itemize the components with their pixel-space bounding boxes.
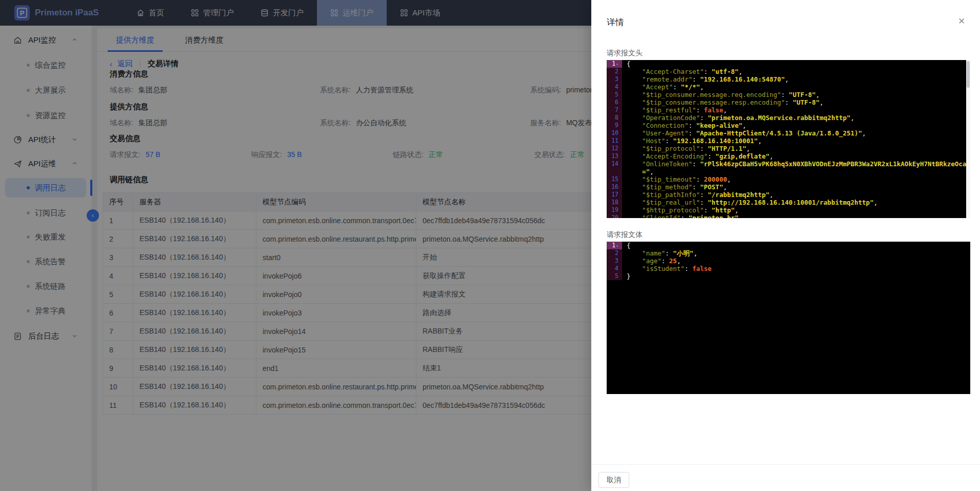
code-text: =", xyxy=(622,168,654,175)
code-text: "Connection": "keep-alive", xyxy=(622,122,746,129)
code-line: 16 "$tip_method": "POST", xyxy=(607,183,970,191)
line-number-gutter: 10 xyxy=(607,129,622,137)
code-line: 18 "$tip_real_url": "http://192.168.16.1… xyxy=(607,199,970,206)
code-text: "$tip_consumer.message.req.encoding": "U… xyxy=(622,91,819,99)
code-line: 1▾{ xyxy=(607,242,970,249)
app-root: P Primeton iPaaS 首页管理门户开发门户运维门户API市场 API… xyxy=(0,0,980,491)
line-number-gutter: 6 xyxy=(607,99,622,106)
code-line: 4 "isStudent": false xyxy=(607,265,970,272)
line-number-gutter: 2 xyxy=(607,249,622,257)
code-text: "Accept": "*/*", xyxy=(622,83,704,91)
code-text: "Host": "192.168.16.140:10001", xyxy=(622,137,762,145)
code-line: 6 "$tip_consumer.message.resp.encoding":… xyxy=(607,99,970,106)
request-header-editor[interactable]: 1▾{2 "Accept-Charset": "utf-8",3 "remote… xyxy=(607,60,970,218)
code-text: "remote.addr": "192.168.16.140:54870", xyxy=(622,75,789,83)
code-line: 5} xyxy=(607,272,970,280)
line-number-gutter xyxy=(607,168,622,175)
code-line: 12 "$tip_protocol": "HTTP/1.1", xyxy=(607,145,970,152)
code-line: 19 "$http_protocol": "http", xyxy=(607,206,970,214)
code-line: 5 "$tip_consumer.message.req.encoding": … xyxy=(607,91,970,99)
line-number-gutter: 13 xyxy=(607,152,622,160)
request-body-label: 请求报文体 xyxy=(607,230,643,240)
code-line: 2 "Accept-Charset": "utf-8", xyxy=(607,68,970,75)
code-line: =", xyxy=(607,168,970,175)
line-number-gutter: 3 xyxy=(607,257,622,265)
line-number-gutter: 16 xyxy=(607,183,622,191)
line-number-gutter: 4 xyxy=(607,265,622,272)
code-line: 20 "ClientId": "primeton.hr", xyxy=(607,214,970,218)
code-line: 14 "OnlineToken": "rPlSk46zpCBaH5vPK68hq… xyxy=(607,160,970,168)
code-line: 1▾{ xyxy=(607,60,970,68)
code-line: 13 "Accept-Encoding": "gzip,deflate", xyxy=(607,152,970,160)
code-text: "$tip_restful": false, xyxy=(622,106,727,114)
line-number-gutter: 19 xyxy=(607,206,622,214)
code-text: "User-Agent": "Apache-HttpClient/4.5.13 … xyxy=(622,129,866,137)
code-text: "OnlineToken": "rPlSk46zpCBaH5vPK68hq5xN… xyxy=(622,160,970,168)
line-number-gutter: 17 xyxy=(607,191,622,199)
request-header-label: 请求报文头 xyxy=(607,49,643,58)
line-number-gutter: 1▾ xyxy=(607,242,622,249)
code-line: 17 "$tip_pathInfo": "/rabbitmq2http", xyxy=(607,191,970,199)
drawer-footer: 取消 xyxy=(591,464,980,491)
code-text: "Accept-Encoding": "gzip,deflate", xyxy=(622,152,773,160)
code-text: "$http_protocol": "http", xyxy=(622,206,738,214)
line-number-gutter: 7 xyxy=(607,106,622,114)
line-number-gutter: 5 xyxy=(607,91,622,99)
line-number-gutter: 3 xyxy=(607,75,622,83)
code-text: "$tip_protocol": "HTTP/1.1", xyxy=(622,145,750,152)
line-number-gutter: 9 xyxy=(607,122,622,129)
code-line: 3 "age": 25, xyxy=(607,257,970,265)
code-text: "$tip_pathInfo": "/rabbitmq2http", xyxy=(622,191,773,199)
line-number-gutter: 20 xyxy=(607,214,622,218)
line-number-gutter: 2 xyxy=(607,68,622,75)
line-number-gutter: 18 xyxy=(607,199,622,206)
code-text: "OperationCode": "primeton.oa.MQService.… xyxy=(622,114,854,122)
detail-drawer: 详情 ✕ 请求报文头 1▾{2 "Accept-Charset": "utf-8… xyxy=(591,0,980,491)
scrollbar-thumb[interactable] xyxy=(967,61,970,88)
code-text: "$tip_real_url": "http://192.168.16.140:… xyxy=(622,199,877,206)
code-text: "$tip_timeout": 200000, xyxy=(622,175,731,183)
code-text: "name": "小明", xyxy=(622,249,697,257)
code-text: "Accept-Charset": "utf-8", xyxy=(622,68,743,75)
code-line: 7 "$tip_restful": false, xyxy=(607,106,970,114)
line-number-gutter: 11 xyxy=(607,137,622,145)
line-number-gutter: 14 xyxy=(607,160,622,168)
drawer-title: 详情 xyxy=(607,16,624,28)
line-number-gutter: 5 xyxy=(607,272,622,280)
code-text: "ClientId": "primeton.hr", xyxy=(622,214,743,218)
code-text: { xyxy=(622,242,631,249)
line-number-gutter: 15 xyxy=(607,175,622,183)
editor-scrollbar[interactable] xyxy=(966,60,970,218)
code-line: 9 "Connection": "keep-alive", xyxy=(607,122,970,129)
code-line: 15 "$tip_timeout": 200000, xyxy=(607,175,970,183)
code-text: "$tip_method": "POST", xyxy=(622,183,727,191)
code-line: 8 "OperationCode": "primeton.oa.MQServic… xyxy=(607,114,970,122)
close-icon[interactable]: ✕ xyxy=(956,16,967,27)
code-line: 3 "remote.addr": "192.168.16.140:54870", xyxy=(607,75,970,83)
code-text: "age": 25, xyxy=(622,257,681,265)
code-text: "$tip_consumer.message.resp.encoding": "… xyxy=(622,99,824,106)
code-text: } xyxy=(622,272,631,280)
cancel-button[interactable]: 取消 xyxy=(598,472,629,488)
code-line: 11 "Host": "192.168.16.140:10001", xyxy=(607,137,970,145)
request-body-editor[interactable]: 1▾{2 "name": "小明",3 "age": 25,4 "isStude… xyxy=(607,242,970,394)
line-number-gutter: 1▾ xyxy=(607,60,622,68)
code-text: "isStudent": false xyxy=(622,265,712,272)
fold-caret-icon[interactable]: ▾ xyxy=(616,62,618,67)
code-line: 4 "Accept": "*/*", xyxy=(607,83,970,91)
line-number-gutter: 8 xyxy=(607,114,622,122)
code-text: { xyxy=(622,60,631,68)
line-number-gutter: 12 xyxy=(607,145,622,152)
line-number-gutter: 4 xyxy=(607,83,622,91)
fold-caret-icon[interactable]: ▾ xyxy=(616,244,618,248)
code-line: 10 "User-Agent": "Apache-HttpClient/4.5.… xyxy=(607,129,970,137)
code-line: 2 "name": "小明", xyxy=(607,249,970,257)
